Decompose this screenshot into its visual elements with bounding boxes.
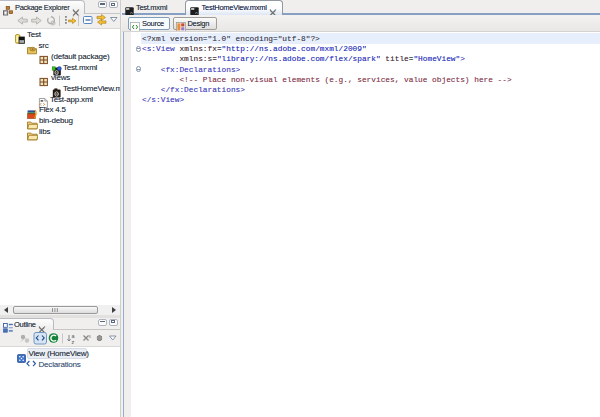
svg-text:z: z (72, 339, 75, 345)
svg-text:s: s (89, 333, 92, 339)
